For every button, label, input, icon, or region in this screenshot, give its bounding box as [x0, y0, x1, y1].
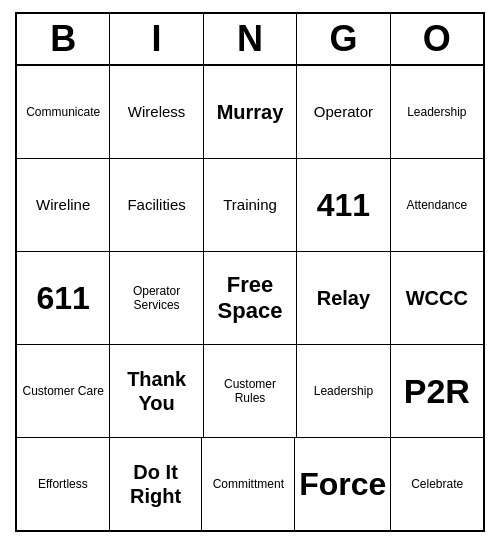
bingo-cell: Free Space: [204, 252, 297, 344]
bingo-row: EffortlessDo It RightCommittmentForceCel…: [17, 438, 483, 530]
bingo-cell: Wireless: [110, 66, 203, 158]
bingo-cell: Wireline: [17, 159, 110, 251]
bingo-cell: Leadership: [297, 345, 390, 437]
bingo-cell: 411: [297, 159, 390, 251]
header-letter: B: [17, 14, 110, 64]
bingo-row: WirelineFacilitiesTraining411Attendance: [17, 159, 483, 252]
bingo-cell: Murray: [204, 66, 297, 158]
bingo-cell: Leadership: [391, 66, 483, 158]
bingo-cell: Thank You: [110, 345, 203, 437]
bingo-row: Customer CareThank YouCustomer RulesLead…: [17, 345, 483, 438]
bingo-row: CommunicateWirelessMurrayOperatorLeaders…: [17, 66, 483, 159]
bingo-cell: Operator: [297, 66, 390, 158]
header-letter: N: [204, 14, 297, 64]
bingo-cell: Training: [204, 159, 297, 251]
bingo-cell: P2R: [391, 345, 483, 437]
header-letter: O: [391, 14, 483, 64]
bingo-cell: Communicate: [17, 66, 110, 158]
bingo-grid: CommunicateWirelessMurrayOperatorLeaders…: [17, 66, 483, 530]
header-letter: G: [297, 14, 390, 64]
bingo-card: BINGO CommunicateWirelessMurrayOperatorL…: [15, 12, 485, 532]
bingo-cell: Attendance: [391, 159, 483, 251]
bingo-cell: Force: [295, 438, 391, 530]
bingo-header: BINGO: [17, 14, 483, 66]
bingo-cell: Customer Rules: [204, 345, 297, 437]
bingo-cell: Committment: [202, 438, 295, 530]
bingo-cell: Operator Services: [110, 252, 203, 344]
bingo-cell: 611: [17, 252, 110, 344]
bingo-cell: Effortless: [17, 438, 110, 530]
bingo-cell: Facilities: [110, 159, 203, 251]
header-letter: I: [110, 14, 203, 64]
bingo-cell: Do It Right: [110, 438, 203, 530]
bingo-cell: WCCC: [391, 252, 483, 344]
bingo-row: 611Operator ServicesFree SpaceRelayWCCC: [17, 252, 483, 345]
bingo-cell: Celebrate: [391, 438, 483, 530]
bingo-cell: Customer Care: [17, 345, 110, 437]
bingo-cell: Relay: [297, 252, 390, 344]
